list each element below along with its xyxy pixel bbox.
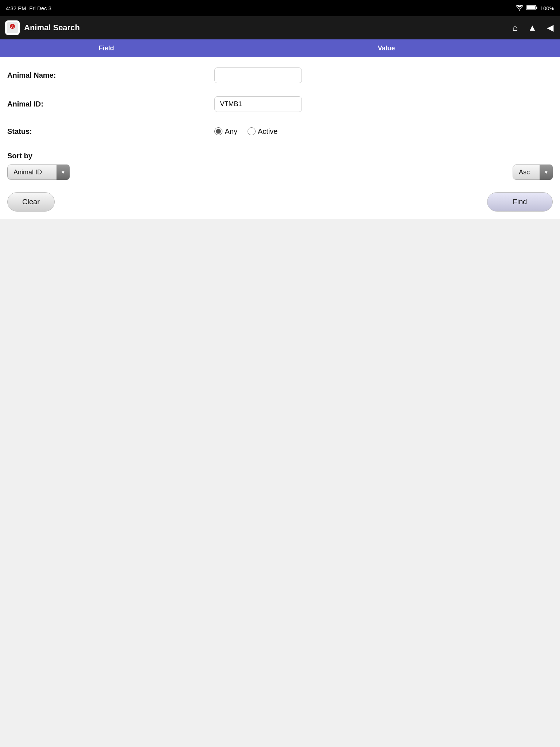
value-column-header: Value <box>213 39 560 57</box>
status-row: Status: Any Active <box>0 119 560 144</box>
sort-controls: Animal ID Animal Name Status Asc Desc <box>7 165 553 180</box>
status-time: 4:32 PM Fri Dec 3 <box>6 5 51 11</box>
svg-rect-2 <box>527 6 535 9</box>
status-any-radio[interactable] <box>214 127 222 135</box>
app-logo: A <box>5 20 20 35</box>
battery-icon <box>526 5 537 12</box>
find-button[interactable]: Find <box>487 192 553 212</box>
animal-id-row: Animal ID: <box>0 90 560 119</box>
animal-name-input[interactable] <box>214 67 302 83</box>
battery-percent: 100% <box>540 5 554 11</box>
status-active-label: Active <box>258 127 277 136</box>
page-title: Animal Search <box>24 23 511 32</box>
up-button[interactable]: ▲ <box>526 21 538 34</box>
sort-field-select[interactable]: Animal ID Animal Name Status <box>7 165 70 180</box>
animal-id-label: Animal ID: <box>7 100 214 108</box>
column-header-row: Field Value <box>0 39 560 57</box>
status-radio-group: Any Active <box>214 127 277 136</box>
field-column-header: Field <box>0 39 213 57</box>
status-label: Status: <box>7 127 214 136</box>
buttons-row: Clear Find <box>0 187 560 219</box>
status-active-option[interactable]: Active <box>248 127 277 136</box>
animal-name-label: Animal Name: <box>7 71 214 80</box>
svg-text:A: A <box>11 25 14 28</box>
status-any-option[interactable]: Any <box>214 127 237 136</box>
results-area <box>0 219 560 438</box>
app-header: A Animal Search ⌂ ▲ ◀ <box>0 16 560 39</box>
sort-order-select-wrap: Asc Desc <box>513 165 553 180</box>
animal-id-value-cell <box>214 96 553 112</box>
animal-id-input[interactable] <box>214 96 302 112</box>
sort-section: Sort by Animal ID Animal Name Status Asc… <box>0 148 560 187</box>
animal-name-row: Animal Name: <box>0 61 560 90</box>
home-button[interactable]: ⌂ <box>511 21 520 34</box>
clear-button[interactable]: Clear <box>7 192 55 212</box>
status-active-radio[interactable] <box>248 127 256 135</box>
sort-order-select[interactable]: Asc Desc <box>513 165 553 180</box>
wifi-icon <box>516 5 524 12</box>
status-indicators: 100% <box>516 5 554 12</box>
svg-rect-1 <box>536 7 537 9</box>
sort-by-label: Sort by <box>7 152 553 160</box>
status-any-label: Any <box>225 127 237 136</box>
sort-field-select-wrap: Animal ID Animal Name Status <box>7 165 70 180</box>
status-bar: 4:32 PM Fri Dec 3 100% <box>0 0 560 16</box>
animal-name-value-cell <box>214 67 553 83</box>
header-nav: ⌂ ▲ ◀ <box>511 21 555 34</box>
form-area: Animal Name: Animal ID: Status: Any Acti… <box>0 57 560 148</box>
status-value-cell: Any Active <box>214 127 553 136</box>
back-button[interactable]: ◀ <box>545 21 555 34</box>
